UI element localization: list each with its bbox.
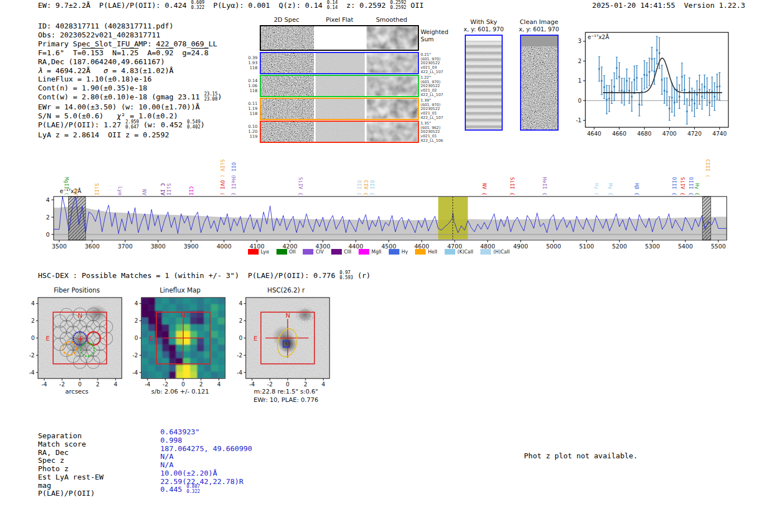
cutout-2dspec-panel	[261, 76, 314, 96]
fit-data-point	[646, 74, 648, 76]
photz-note: Phot z plot not available.	[524, 452, 638, 460]
clean-coords: x, y: 601, 970	[511, 26, 567, 32]
hsc-xlabel-line2: EWr: 10, PLAE: 0.776	[225, 396, 347, 404]
svg-text:-4: -4	[132, 370, 138, 376]
fit-data-point	[666, 91, 668, 93]
match-row-value: 0.445 0.8870.322	[160, 485, 252, 493]
info-line: Cont(n) = 1.90(±0.35)e-18	[38, 84, 222, 93]
fit-data-point	[643, 74, 645, 76]
cutout-right-label-line: 422_LL_106	[421, 139, 443, 143]
cutout-right-labels: 1.35"(601, 962)20230522v021_01422_LL_106	[421, 122, 443, 143]
fit-data-point	[699, 89, 700, 90]
fit-data-point	[638, 104, 640, 106]
match-table-values: 0.643923"0.998187.064275, 49.660990N/AN/…	[160, 428, 252, 493]
cutout-right-labels: 1.22"(601, 970)20230522v021_02422_LL_107	[421, 76, 443, 98]
cutout-right-labels: 1.39"(601, 970)20230522v021_01422_LL_107	[421, 99, 443, 121]
withsky-title: With Sky	[456, 18, 512, 26]
match-row-value: 10.00(±2.20)Å	[160, 469, 252, 477]
svg-text:0: 0	[78, 381, 82, 387]
emission-line-label: OII {	[369, 180, 375, 195]
cutout-row	[260, 52, 419, 74]
cutout-pixelflat-panel	[316, 76, 365, 96]
legend-item: (H)CaII	[480, 249, 509, 255]
cutout-pixelflat-panel	[316, 53, 365, 73]
clean-title: Clean Image	[511, 18, 567, 26]
fit-data-point	[628, 90, 630, 92]
cutout-left-label-line: 118	[242, 89, 258, 94]
svg-text:4680: 4680	[637, 131, 651, 137]
svg-text:4: 4	[46, 196, 50, 203]
smoothed-dark-blob	[381, 55, 406, 70]
cutout-right-labels: 0.21"(601, 970)20230522v021_03422_LL_107	[421, 53, 443, 75]
withsky-image	[465, 35, 503, 131]
fit-data-point	[654, 70, 655, 72]
cutout-left-labels: 0.141.06118	[242, 79, 258, 93]
hsc-thumbnail-chart: NE-4-2024-4-2024	[225, 296, 347, 394]
svg-text:2: 2	[578, 58, 581, 64]
fit-data-point	[631, 96, 633, 98]
col-header-smoothed: Smoothed	[364, 16, 419, 23]
fit-data-point	[613, 86, 615, 88]
svg-text:-4: -4	[249, 381, 255, 387]
svg-text:-2: -2	[132, 352, 138, 358]
legend-swatch	[359, 249, 369, 255]
svg-text:2: 2	[304, 381, 307, 387]
svg-text:e⁻¹⁷x2Å: e⁻¹⁷x2Å	[588, 33, 609, 40]
emission-line-label: Hγ {	[594, 183, 599, 195]
legend-label: (H)CaII	[493, 249, 509, 255]
emission-line-label: HeII {	[542, 177, 547, 195]
cutout-smoothed-panel	[366, 26, 418, 50]
compass-north: N	[285, 312, 290, 319]
emission-line-label: SiIV {	[680, 177, 685, 195]
legend-item: Lyα	[248, 249, 269, 255]
cutout-pixelflat-panel	[316, 122, 365, 142]
info-line: F=1.6" T=0.153 N=1.25 A=0.92 g=24.8	[38, 49, 222, 57]
svg-text:2: 2	[199, 381, 203, 387]
emission-line-label: NV	[141, 189, 147, 195]
fiber-positions-title: Fiber Positions	[17, 286, 137, 294]
cutout-row	[260, 75, 419, 97]
legend-label: MgII	[371, 249, 382, 255]
elixer-detection-report: EW: 9.7±2.2Å P(LAE)/P(OII): 0.424 0.6090…	[0, 0, 782, 532]
fit-data-point	[633, 79, 635, 81]
fit-data-point	[608, 98, 610, 99]
svg-text:2: 2	[31, 318, 35, 324]
legend-item: HeII	[415, 249, 437, 255]
fit-data-point	[704, 86, 705, 88]
svg-text:2: 2	[96, 381, 99, 387]
svg-text:-4: -4	[145, 381, 150, 387]
svg-text:4: 4	[114, 381, 117, 387]
cutout-right-label-line: 422_LL_107	[421, 93, 443, 98]
cutout-smoothed-panel	[366, 122, 418, 142]
emission-line-label: Hγ {	[608, 183, 613, 195]
neighbor-dashed-circle	[298, 308, 312, 322]
legend-label: Lyα	[261, 249, 269, 255]
svg-text:4900: 4900	[513, 243, 528, 250]
emission-line-label: OII (	[231, 162, 236, 178]
cutout-pixelflat-panel	[316, 99, 365, 119]
emission-line-label: Hβ {	[634, 183, 640, 195]
cutout-smoothed-panel	[366, 53, 418, 73]
spectrum-legend: LyαOIICIVCIIIMgIIHγHeII(K)CaII(H)CaII	[248, 249, 509, 255]
cutout-smoothed-panel	[366, 76, 418, 96]
legend-swatch	[248, 249, 259, 255]
fiber-positions-chart: NE-4-2024-4-2024	[17, 296, 137, 394]
svg-text:2: 2	[239, 318, 242, 324]
cutout-left-label-line: 119	[242, 135, 258, 140]
compass-east: E	[254, 335, 258, 342]
match-row-value: N/A	[160, 461, 252, 469]
legend-swatch	[415, 249, 426, 255]
fit-data-point	[598, 68, 600, 70]
emission-line-label: CIV {	[363, 180, 369, 195]
emission-line-label: NV {	[481, 183, 487, 195]
compass-east: E	[46, 335, 50, 342]
line-fit-chart: 464046604680470047204740-10123e⁻¹⁷x2Å	[570, 28, 743, 137]
cutout-smoothed-panel	[366, 99, 418, 119]
legend-label: Hγ	[402, 249, 408, 255]
svg-text:-1: -1	[576, 117, 581, 123]
fit-data-point	[681, 76, 683, 78]
fit-data-point	[618, 76, 620, 78]
info-line: Cont(w) = 2.80(±0.10)e-18 (gmag 23.11 23…	[38, 93, 222, 103]
hscdex-match-header: HSC-DEX : Possible Matches = 1 (within +…	[38, 271, 370, 281]
cutout-right-label-line: 422_LL_107	[421, 116, 443, 121]
